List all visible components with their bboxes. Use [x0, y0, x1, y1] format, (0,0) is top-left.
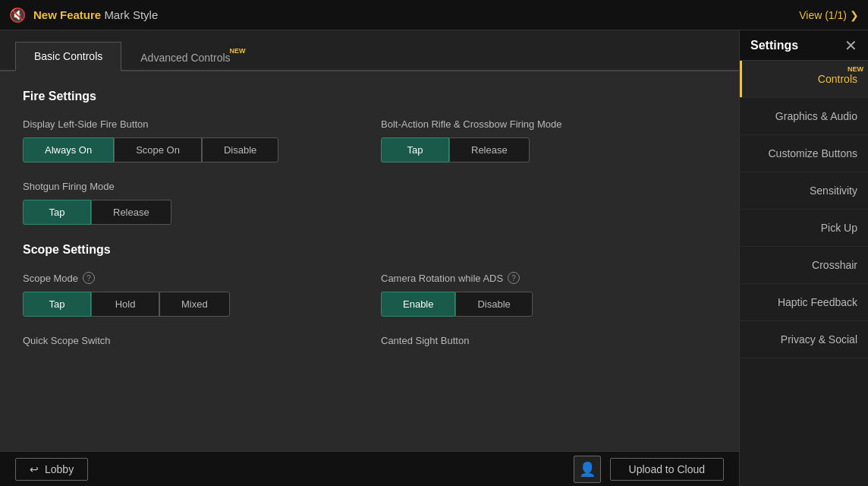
sidebar-item-haptic-label: Haptic Feedback [778, 296, 857, 308]
scope-settings-grid: Scope Mode ? Tap Hold Mixed Camera Rotat… [23, 272, 716, 335]
shotgun-mode-setting: Shotgun Firing Mode Tap Release [23, 181, 716, 225]
avatar-button[interactable]: 👤 [574, 456, 601, 483]
fire-settings-title: Fire Settings [23, 90, 716, 103]
sidebar-title: Settings [750, 39, 798, 52]
shotgun-tap[interactable]: Tap [23, 200, 91, 225]
shotgun-mode-label: Shotgun Firing Mode [23, 181, 716, 192]
sidebar-item-privacy[interactable]: Privacy & Social [740, 321, 868, 358]
view-button[interactable]: View (1/1) ❯ [799, 9, 859, 21]
left-fire-always-on[interactable]: Always On [23, 137, 114, 163]
shotgun-release[interactable]: Release [91, 200, 171, 225]
feature-title: New Feature Mark Style [33, 8, 158, 21]
feature-highlight: New Feature [33, 8, 101, 21]
chevron-right-icon: ❯ [850, 9, 859, 21]
scope-mode-tap[interactable]: Tap [23, 292, 91, 317]
sidebar-header: Settings ✕ [740, 30, 868, 61]
sidebar-item-graphics[interactable]: Graphics & Audio [740, 98, 868, 135]
camera-rotation-info-icon[interactable]: ? [508, 272, 520, 284]
scope-mode-info-icon[interactable]: ? [83, 272, 95, 284]
tab-basic-controls[interactable]: Basic Controls [15, 42, 121, 71]
scope-settings-section: Scope Settings Scope Mode ? Tap Hold Mix… [23, 243, 716, 372]
camera-rotation-enable[interactable]: Enable [381, 292, 455, 317]
sidebar-item-controls[interactable]: NEW Controls [740, 61, 868, 98]
sidebar-item-graphics-label: Graphics & Audio [775, 110, 857, 122]
sidebar-item-sensitivity[interactable]: Sensitivity [740, 172, 868, 210]
canted-sight-label: Canted Sight Button [381, 335, 716, 346]
quick-scope-setting: Quick Scope Switch [23, 335, 358, 354]
avatar-icon: 👤 [579, 461, 596, 478]
camera-rotation-setting: Camera Rotation while ADS ? Enable Disab… [381, 272, 716, 317]
sidebar-item-haptic[interactable]: Haptic Feedback [740, 284, 868, 321]
camera-rotation-btn-group: Enable Disable [381, 292, 716, 317]
lobby-button[interactable]: ↩ Lobby [15, 458, 88, 481]
left-fire-scope-on[interactable]: Scope On [114, 137, 202, 163]
main-layout: Basic Controls Advanced Controls NEW Fir… [0, 30, 868, 486]
bottom-bar: ↩ Lobby 👤 Upload to Cloud [0, 451, 739, 486]
settings-sidebar: Settings ✕ NEW Controls Graphics & Audio… [739, 30, 868, 486]
sidebar-item-pickup[interactable]: Pick Up [740, 210, 868, 247]
left-fire-button-setting: Display Left-Side Fire Button Always On … [23, 118, 358, 163]
view-btn-label: View (1/1) [799, 9, 847, 21]
tabs-bar: Basic Controls Advanced Controls NEW [0, 30, 739, 71]
tab-basic-label: Basic Controls [34, 50, 102, 62]
scope-mode-hold[interactable]: Hold [91, 292, 159, 317]
bottom-right: 👤 Upload to Cloud [574, 456, 724, 483]
lobby-label: Lobby [45, 463, 74, 475]
bolt-action-setting: Bolt-Action Rifle & Crossbow Firing Mode… [381, 118, 716, 163]
bolt-action-release[interactable]: Release [449, 137, 530, 163]
close-button[interactable]: ✕ [844, 38, 857, 53]
sidebar-item-sensitivity-label: Sensitivity [810, 185, 857, 197]
tab-advanced-controls[interactable]: Advanced Controls NEW [121, 43, 249, 71]
content-area: Basic Controls Advanced Controls NEW Fir… [0, 30, 739, 486]
sidebar-item-crosshair-label: Crosshair [812, 259, 857, 271]
bolt-action-tap[interactable]: Tap [381, 137, 449, 163]
sidebar-item-pickup-label: Pick Up [821, 222, 857, 234]
settings-scroll-area: Fire Settings Display Left-Side Fire But… [0, 71, 739, 451]
tab-advanced-label: Advanced Controls [140, 52, 230, 64]
scope-mode-btn-group: Tap Hold Mixed [23, 292, 358, 317]
scope-settings-title: Scope Settings [23, 243, 716, 257]
sidebar-item-crosshair[interactable]: Crosshair [740, 247, 868, 284]
camera-rotation-label: Camera Rotation while ADS ? [381, 272, 716, 284]
canted-sight-setting: Canted Sight Button [381, 335, 716, 354]
upload-to-cloud-button[interactable]: Upload to Cloud [610, 458, 724, 481]
scope-mode-setting: Scope Mode ? Tap Hold Mixed [23, 272, 358, 317]
left-fire-disable[interactable]: Disable [202, 137, 278, 163]
shotgun-btn-group: Tap Release [23, 200, 716, 225]
bolt-action-btn-group: Tap Release [381, 137, 716, 163]
sidebar-item-customize[interactable]: Customize Buttons [740, 135, 868, 172]
quick-scope-label: Quick Scope Switch [23, 335, 358, 346]
left-fire-btn-group: Always On Scope On Disable [23, 137, 358, 163]
active-bar-indicator [740, 61, 742, 97]
feature-text: Mark Style [104, 8, 158, 21]
sidebar-item-controls-label: Controls [818, 73, 857, 85]
sidebar-item-privacy-label: Privacy & Social [781, 333, 857, 346]
scope-mode-label: Scope Mode ? [23, 272, 358, 284]
lobby-icon: ↩ [30, 463, 39, 475]
sidebar-item-customize-label: Customize Buttons [769, 147, 858, 159]
bolt-action-label: Bolt-Action Rifle & Crossbow Firing Mode [381, 118, 716, 130]
scope-lower-grid: Quick Scope Switch Canted Sight Button [23, 335, 716, 372]
top-bar: 🔇 New Feature Mark Style View (1/1) ❯ [0, 0, 868, 30]
camera-rotation-disable[interactable]: Disable [455, 292, 532, 317]
left-fire-label: Display Left-Side Fire Button [23, 118, 358, 130]
sidebar-new-badge: NEW [848, 65, 863, 73]
top-bar-left: 🔇 New Feature Mark Style [9, 7, 158, 24]
scope-mode-mixed[interactable]: Mixed [159, 292, 230, 317]
speaker-icon: 🔇 [9, 7, 26, 24]
tab-new-badge: NEW [230, 47, 246, 55]
fire-settings-grid: Display Left-Side Fire Button Always On … [23, 118, 716, 181]
